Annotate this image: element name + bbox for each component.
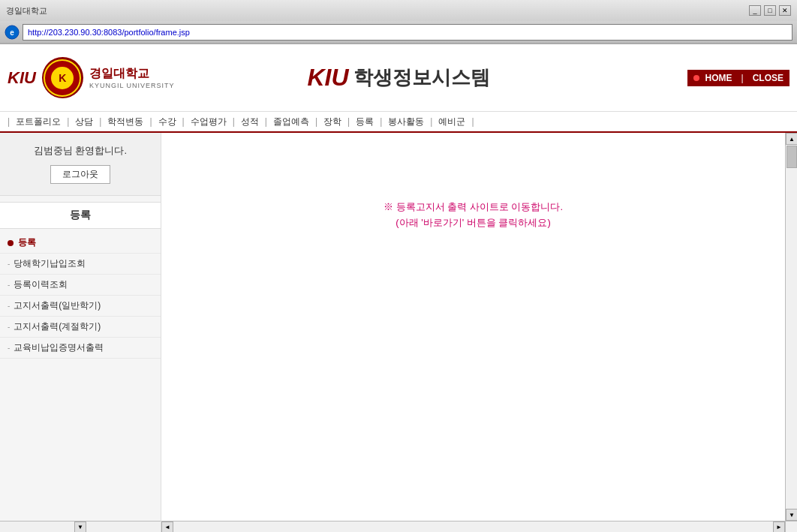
scroll-up-btn[interactable]: ▲: [786, 133, 797, 145]
welcome-text: 김범중님 환영합니다.: [8, 144, 153, 158]
logout-button[interactable]: 로그아웃: [50, 165, 110, 184]
nav-counseling[interactable]: 상담: [69, 116, 99, 128]
menu-item-label: 당해학기납입조회: [14, 257, 86, 270]
status-dot-icon: [693, 75, 699, 81]
inner-content: ※ 등록고지서 출력 사이트로 이동합니다. (아래 '바로가기' 버튼을 클릭…: [161, 133, 785, 521]
notice-line2: (아래 '바로가기' 버튼을 클릭하세요): [383, 216, 563, 230]
nav-graduation[interactable]: 졸업예측: [267, 116, 315, 128]
window-controls: _ □ ✕: [749, 5, 791, 16]
content-wrapper: 김범중님 환영합니다. 로그아웃 등록 등록 - 당해학기납입조회 - 등록이력…: [0, 133, 797, 532]
menu-dash-icon: -: [8, 260, 10, 268]
menu-item-current-payment[interactable]: - 당해학기납입조회: [0, 254, 161, 275]
menu-item-payment-history[interactable]: - 등록이력조회: [0, 275, 161, 296]
menu-item-label: 고지서출력(일반학기): [14, 299, 101, 312]
university-name: 경일대학교 KYUNGIL UNIVERSITY: [89, 66, 175, 89]
menu-item-education-cert[interactable]: - 교육비납입증명서출력: [0, 338, 161, 359]
university-english-name: KYUNGIL UNIVERSITY: [89, 82, 175, 89]
main-content: ※ 등록고지서 출력 사이트로 이동합니다. (아래 '바로가기' 버튼을 클릭…: [161, 133, 797, 532]
scroll-down-btn[interactable]: ▼: [786, 509, 797, 521]
nav-grades[interactable]: 성적: [235, 116, 265, 128]
sidebar-down-btn[interactable]: ▼: [74, 521, 86, 533]
system-korean-title: 학생정보시스템: [353, 65, 490, 91]
menu-item-label: 등록이력조회: [14, 278, 68, 291]
logo-inner: K: [51, 67, 74, 89]
nav-portfolio[interactable]: 포트폴리오: [10, 116, 67, 128]
browser-title: 경일대학교: [6, 5, 47, 17]
menu-dash-icon: -: [8, 302, 10, 310]
scroll-left-btn[interactable]: ◄: [161, 521, 173, 533]
logo-k: K: [59, 72, 66, 84]
sidebar-menu: 등록 - 당해학기납입조회 - 등록이력조회 - 고지서출력(일반학기) - 고…: [0, 229, 161, 362]
nav-courses[interactable]: 수강: [152, 116, 182, 128]
divider: |: [741, 73, 744, 83]
system-kiu-text: KIU: [307, 64, 348, 92]
navigation-bar: | 포트폴리오 | 상담 | 학적변동 | 수강 | 수업평가 | 성적 | 졸…: [0, 112, 797, 133]
notice-text: ※ 등록고지서 출력 사이트로 이동합니다. (아래 '바로가기' 버튼을 클릭…: [383, 200, 563, 230]
scroll-thumb: [786, 146, 797, 168]
nav-scholarship[interactable]: 장학: [317, 116, 347, 128]
top-header: KIU K 경일대학교 KYUNGIL UNIVERSITY KIU 학생정보시…: [0, 44, 797, 112]
menu-item-notice-regular[interactable]: - 고지서출력(일반학기): [0, 296, 161, 317]
home-button[interactable]: HOME: [705, 73, 732, 83]
scroll-corner: [785, 521, 797, 532]
maximize-btn[interactable]: □: [764, 5, 776, 16]
logo-circle: K: [44, 59, 81, 97]
nav-course-eval[interactable]: 수업평가: [185, 116, 233, 128]
menu-item-notice-season[interactable]: - 고지서출력(계절학기): [0, 317, 161, 338]
user-section: 김범중님 환영합니다. 로그아웃: [0, 133, 161, 196]
browser-icon: e: [5, 25, 20, 40]
menu-dash-icon: -: [8, 323, 10, 331]
browser-chrome: 경일대학교 _ □ ✕ e: [0, 0, 797, 44]
menu-item-label: 교육비납입증명서출력: [14, 341, 104, 354]
scroll-track: [786, 145, 797, 509]
svg-text:e: e: [10, 29, 14, 37]
scroll-right-btn[interactable]: ►: [773, 521, 785, 533]
university-logo: K: [42, 57, 83, 98]
menu-dash-icon: -: [8, 281, 10, 289]
menu-item-label: 고지서출력(계절학기): [14, 320, 101, 333]
menu-dash-icon: -: [8, 344, 10, 352]
close-window-btn[interactable]: ✕: [779, 5, 791, 16]
nav-academic-change[interactable]: 학적변동: [101, 116, 149, 128]
address-bar: e: [0, 21, 797, 44]
sidebar-scroll-bottom: ▼: [0, 521, 161, 532]
kiu-sidebar-logo: KIU: [8, 68, 36, 88]
nav-reserve[interactable]: 예비군: [432, 116, 471, 128]
app-container: KIU K 경일대학교 KYUNGIL UNIVERSITY KIU 학생정보시…: [0, 44, 797, 532]
system-title: KIU 학생정보시스템: [307, 64, 489, 92]
vertical-scrollbar: ▲ ▼: [785, 133, 797, 521]
nav-items: | 포트폴리오 | 상담 | 학적변동 | 수강 | 수업평가 | 성적 | 졸…: [8, 116, 474, 128]
top-buttons: HOME | CLOSE: [687, 70, 789, 86]
notice-line1: ※ 등록고지서 출력 사이트로 이동합니다.: [383, 200, 563, 214]
nav-registration[interactable]: 등록: [350, 116, 380, 128]
sidebar: 김범중님 환영합니다. 로그아웃 등록 등록 - 당해학기납입조회 - 등록이력…: [0, 133, 161, 532]
horizontal-scrollbar: ◄ ►: [161, 521, 785, 532]
title-bar: 경일대학교 _ □ ✕: [0, 0, 797, 21]
logo-area: KIU K 경일대학교 KYUNGIL UNIVERSITY: [8, 57, 175, 98]
h-scroll-track: [173, 521, 773, 532]
university-korean-name: 경일대학교: [89, 66, 175, 82]
top-btn-container: HOME | CLOSE: [687, 70, 789, 86]
nav-service[interactable]: 봉사활동: [382, 116, 430, 128]
sidebar-filler: [0, 362, 161, 521]
menu-active-dot-icon: [8, 240, 14, 246]
menu-item-label: 등록: [18, 236, 36, 249]
sidebar-section-title: 등록: [0, 202, 161, 229]
close-button[interactable]: CLOSE: [753, 73, 783, 83]
minimize-btn[interactable]: _: [749, 5, 761, 16]
menu-item-registration[interactable]: 등록: [0, 233, 161, 254]
address-input[interactable]: [23, 24, 792, 41]
